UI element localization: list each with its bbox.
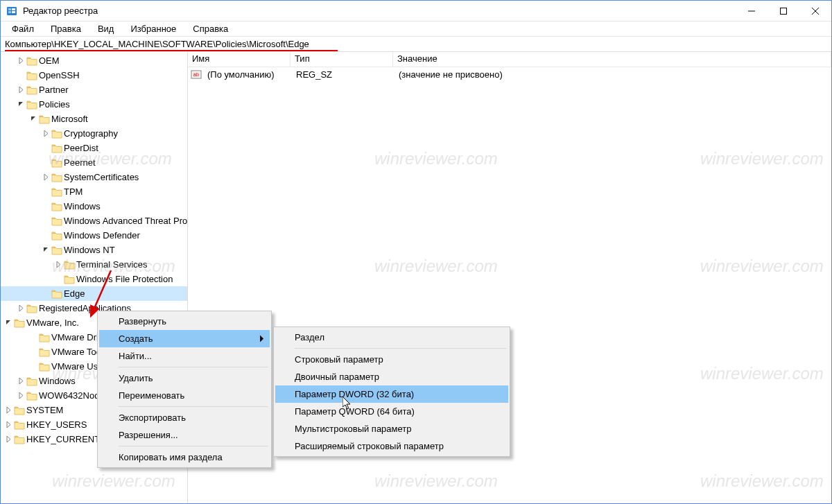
svg-rect-4 [12, 11, 15, 13]
red-underline-annotation [5, 50, 338, 51]
tree-item[interactable]: Policies [1, 97, 187, 112]
tree-label: OpenSSH [39, 70, 80, 80]
column-value[interactable]: Значение [393, 52, 831, 67]
context-menu-label: Раздел [295, 332, 324, 342]
minimize-button[interactable] [736, 1, 768, 21]
svg-rect-1 [8, 8, 11, 10]
tree-label: Windows NT [64, 245, 115, 255]
svg-rect-3 [12, 8, 15, 10]
svg-text:ab: ab [193, 72, 199, 77]
context-menu-item[interactable]: Раздел [275, 329, 508, 346]
context-menu-label: Параметр DWORD (32 бита) [295, 389, 414, 399]
context-menu-new[interactable]: РазделСтроковый параметрДвоичный парамет… [273, 327, 510, 457]
context-menu-item[interactable]: Параметр QWORD (64 бита) [275, 403, 508, 420]
tree-item[interactable]: Windows File Protection [1, 272, 187, 286]
context-menu-label: Экспортировать [119, 412, 186, 423]
tree-item[interactable]: OpenSSH [1, 68, 187, 82]
context-menu-label: Переименовать [119, 390, 184, 401]
tree-label: Microsoft [51, 114, 88, 124]
tree-label: PeerDist [64, 143, 98, 153]
tree-item[interactable]: Windows Advanced Threat Protection [1, 214, 187, 228]
tree-item[interactable]: Windows Defender [1, 228, 187, 243]
context-menu-item[interactable]: Развернуть [99, 313, 270, 330]
context-menu-key[interactable]: РазвернутьСоздатьНайти...УдалитьПереимен… [97, 311, 272, 468]
tree-item[interactable]: SystemCertificates [1, 170, 187, 184]
context-menu-item[interactable]: Строковый параметр [275, 351, 508, 368]
menu-separator [119, 406, 268, 407]
context-menu-item[interactable]: Переименовать [99, 387, 270, 404]
row-value: (значение не присвоено) [395, 69, 831, 80]
tree-label: Windows [64, 201, 101, 211]
context-menu-label: Двоичный параметр [295, 372, 379, 382]
menu-separator [119, 367, 268, 367]
tree-item[interactable]: Terminal Services [1, 257, 187, 272]
list-row[interactable]: ab(По умолчанию)REG_SZ(значение не присв… [188, 67, 831, 81]
context-menu-item[interactable]: Расширяемый строковый параметр [275, 437, 508, 455]
context-menu-label: Удалить [119, 373, 153, 383]
menu-item-0[interactable]: Файл [5, 22, 41, 35]
tree-label: OEM [39, 55, 60, 66]
submenu-arrow-icon [260, 333, 264, 344]
column-name[interactable]: Имя [188, 52, 291, 67]
tree-item[interactable]: PeerDist [1, 141, 187, 155]
tree-label: Windows Advanced Threat Protection [64, 216, 188, 226]
tree-label: SystemCertificates [64, 172, 139, 182]
maximize-button[interactable] [768, 1, 799, 21]
tree-item[interactable]: Cryptography [1, 126, 187, 141]
tree-label: WOW6432Node [39, 390, 105, 401]
list-header: Имя Тип Значение [188, 52, 831, 67]
menu-item-4[interactable]: Справка [186, 22, 235, 35]
tree-label: Policies [39, 99, 70, 110]
context-menu-item[interactable]: Найти... [99, 347, 270, 365]
menu-item-2[interactable]: Вид [91, 22, 121, 35]
tree-item-selected[interactable]: Edge [1, 286, 187, 301]
context-menu-label: Найти... [119, 351, 152, 361]
context-menu-item[interactable]: Копировать имя раздела [99, 449, 270, 466]
tree-label: Windows Defender [64, 230, 140, 241]
tree-item[interactable]: OEM [1, 53, 187, 68]
tree-label: SYSTEM [26, 405, 63, 415]
context-menu-item[interactable]: Создать [99, 330, 270, 347]
menu-separator [119, 446, 268, 446]
menu-item-1[interactable]: Правка [44, 22, 88, 35]
context-menu-label: Мультистроковый параметр [295, 424, 412, 434]
tree-item[interactable]: Windows NT [1, 243, 187, 257]
address-bar[interactable]: Компьютер\HKEY_LOCAL_MACHINE\SOFTWARE\Po… [1, 37, 831, 52]
tree-item[interactable]: Peernet [1, 155, 187, 170]
context-menu-label: Строковый параметр [295, 354, 383, 365]
context-menu-item[interactable]: Параметр DWORD (32 бита) [275, 385, 508, 403]
context-menu-item[interactable]: Разрешения... [99, 426, 270, 444]
context-menu-label: Копировать имя раздела [119, 452, 223, 462]
context-menu-label: Разрешения... [119, 430, 178, 440]
row-type: REG_SZ [292, 69, 395, 80]
tree-item[interactable]: Windows [1, 199, 187, 214]
regedit-app-icon [6, 6, 17, 17]
tree-label: Partner [39, 85, 69, 95]
menu-separator [295, 348, 507, 349]
tree-label: Terminal Services [76, 259, 148, 270]
tree-label: Peernet [64, 157, 96, 168]
title-bar: Редактор реестра [1, 1, 831, 21]
context-menu-label: Создать [119, 333, 153, 344]
tree-item[interactable]: TPM [1, 184, 187, 199]
tree-item[interactable]: Microsoft [1, 112, 187, 126]
context-menu-item[interactable]: Удалить [99, 370, 270, 387]
menu-item-3[interactable]: Избранное [123, 22, 183, 35]
tree-label: Windows File Protection [76, 274, 173, 284]
context-menu-label: Параметр QWORD (64 бита) [295, 406, 415, 417]
svg-rect-6 [781, 8, 787, 14]
context-menu-label: Развернуть [119, 316, 166, 327]
tree-label: TPM [64, 186, 83, 197]
close-button[interactable] [799, 1, 831, 21]
menu-bar: ФайлПравкаВидИзбранноеСправка [1, 21, 831, 37]
svg-rect-2 [8, 11, 11, 13]
context-menu-item[interactable]: Мультистроковый параметр [275, 420, 508, 437]
context-menu-label: Расширяемый строковый параметр [295, 441, 444, 451]
tree-label: Cryptography [64, 128, 118, 139]
context-menu-item[interactable]: Двоичный параметр [275, 368, 508, 385]
window-title: Редактор реестра [23, 6, 98, 16]
tree-item[interactable]: Partner [1, 82, 187, 97]
row-name: (По умолчанию) [203, 69, 292, 80]
column-type[interactable]: Тип [291, 52, 393, 67]
context-menu-item[interactable]: Экспортировать [99, 409, 270, 426]
